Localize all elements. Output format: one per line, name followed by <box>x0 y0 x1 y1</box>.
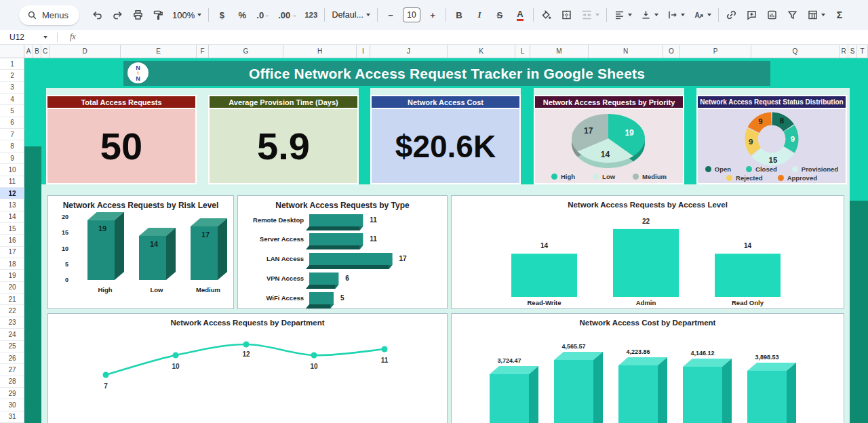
create-filter-button[interactable] <box>785 6 801 24</box>
column-header-A[interactable]: A <box>24 45 33 58</box>
row-header-20[interactable]: 20 <box>0 282 24 294</box>
column-header-F[interactable]: F <box>197 45 209 58</box>
text-rotation-button[interactable]: A <box>691 6 713 24</box>
column-header-I[interactable]: I <box>357 45 370 58</box>
row-header-27[interactable]: 27 <box>0 364 24 376</box>
type-chart-card[interactable]: Network Access Requests by Type Remote D… <box>237 195 448 309</box>
status-donut-card[interactable]: Network Access Request Status Distributi… <box>696 95 847 184</box>
svg-text:9: 9 <box>749 138 753 146</box>
row-header-12[interactable]: 12 <box>0 188 24 199</box>
row-header-16[interactable]: 16 <box>0 235 24 246</box>
column-header-C[interactable]: C <box>41 45 50 58</box>
merge-cells-button[interactable] <box>579 6 601 24</box>
table-views-button[interactable] <box>805 6 827 24</box>
undo-button[interactable] <box>89 6 105 24</box>
row-header-6[interactable]: 6 <box>0 117 24 129</box>
cost-chart-card[interactable]: Network Access Cost by Department 3,724.… <box>451 313 844 423</box>
italic-button[interactable]: I <box>471 6 488 24</box>
align-left-icon <box>614 9 625 20</box>
font-select[interactable]: Defaul... <box>330 6 372 24</box>
font-size-input[interactable]: 10 <box>403 7 420 22</box>
functions-button[interactable]: Σ <box>831 6 848 24</box>
select-all-corner[interactable] <box>0 45 24 58</box>
column-header-G[interactable]: G <box>209 45 283 58</box>
formula-input[interactable] <box>76 30 868 44</box>
row-header-11[interactable]: 11 <box>0 176 24 188</box>
format-currency-button[interactable]: $ <box>214 6 230 24</box>
row-header-5[interactable]: 5 <box>0 105 24 117</box>
paint-format-button[interactable] <box>150 6 166 24</box>
right-strip-turquoise <box>850 88 868 201</box>
column-header-H[interactable]: H <box>283 45 357 58</box>
row-header-30[interactable]: 30 <box>0 399 24 411</box>
column-header-K[interactable]: K <box>448 45 515 58</box>
column-header-J[interactable]: J <box>370 45 448 58</box>
column-header-O[interactable]: O <box>663 45 680 58</box>
row-header-3[interactable]: 3 <box>0 82 24 94</box>
column-header-S[interactable]: S <box>848 45 857 58</box>
decrease-font-size-button[interactable]: − <box>382 6 399 24</box>
column-header-N[interactable]: N <box>589 45 663 58</box>
row-header-7[interactable]: 7 <box>0 129 24 140</box>
row-header-24[interactable]: 24 <box>0 329 24 340</box>
decrease-decimal-button[interactable]: .0← <box>254 6 272 24</box>
row-header-31[interactable]: 31 <box>0 411 24 423</box>
department-line-chart-card[interactable]: Network Access Requests by Department 71… <box>47 313 448 423</box>
column-header-Q[interactable]: Q <box>751 45 840 58</box>
access-level-chart-card[interactable]: Network Access Requests by Access Level … <box>451 195 844 309</box>
row-header-14[interactable]: 14 <box>0 212 24 223</box>
menus-search[interactable]: Menus <box>19 5 79 25</box>
insert-link-button[interactable] <box>724 6 740 24</box>
kpi-gap-band <box>684 88 696 184</box>
redo-button[interactable] <box>109 6 125 24</box>
print-button[interactable] <box>130 6 146 24</box>
priority-pie-card[interactable]: Network Access Requests by Priority 1914… <box>534 95 684 184</box>
row-header-26[interactable]: 26 <box>0 352 24 364</box>
fill-color-button[interactable] <box>538 6 555 24</box>
row-header-2[interactable]: 2 <box>0 70 24 81</box>
strikethrough-button[interactable]: S <box>492 6 508 24</box>
column-header-M[interactable]: M <box>530 45 589 58</box>
zoom-select[interactable]: 100% <box>170 6 203 24</box>
column-header-T[interactable]: T <box>857 45 868 58</box>
increase-font-size-button[interactable]: + <box>425 6 441 24</box>
increase-decimal-button[interactable]: .00→ <box>276 6 298 24</box>
vertical-align-button[interactable] <box>638 6 660 24</box>
risk-level-chart-card[interactable]: Network Access Requests by Risk Level 20… <box>47 195 234 309</box>
row-header-10[interactable]: 10 <box>0 164 24 176</box>
column-header-D[interactable]: D <box>50 45 121 58</box>
row-header-17[interactable]: 17 <box>0 247 24 258</box>
row-header-23[interactable]: 23 <box>0 317 24 329</box>
column-header-E[interactable]: E <box>121 45 197 58</box>
insert-chart-button[interactable] <box>764 6 781 24</box>
row-header-15[interactable]: 15 <box>0 223 24 235</box>
row-header-1[interactable]: 1 <box>0 58 24 70</box>
name-box[interactable]: U12 <box>0 33 53 42</box>
borders-button[interactable] <box>559 6 575 24</box>
row-header-13[interactable]: 13 <box>0 199 24 211</box>
column-header-P[interactable]: P <box>680 45 751 58</box>
text-wrap-button[interactable] <box>665 6 687 24</box>
column-header-R[interactable]: R <box>840 45 848 58</box>
row-header-19[interactable]: 19 <box>0 270 24 281</box>
insert-comment-button[interactable] <box>744 6 760 24</box>
row-header-28[interactable]: 28 <box>0 376 24 388</box>
format-percent-button[interactable]: % <box>234 6 250 24</box>
row-header-25[interactable]: 25 <box>0 341 24 352</box>
text-color-button[interactable]: A <box>512 6 528 24</box>
row-header-29[interactable]: 29 <box>0 388 24 399</box>
svg-text:15: 15 <box>769 156 778 164</box>
row-header-18[interactable]: 18 <box>0 258 24 270</box>
column-header-L[interactable]: L <box>515 45 530 58</box>
svg-text:10: 10 <box>62 245 68 252</box>
horizontal-align-button[interactable] <box>612 6 634 24</box>
column-header-B[interactable]: B <box>33 45 41 58</box>
more-formats-button[interactable]: 123 <box>302 6 319 24</box>
row-header-8[interactable]: 8 <box>0 140 24 152</box>
row-header-22[interactable]: 22 <box>0 305 24 317</box>
row-header-9[interactable]: 9 <box>0 153 24 164</box>
borders-icon <box>561 9 572 20</box>
row-header-21[interactable]: 21 <box>0 294 24 305</box>
bold-button[interactable]: B <box>451 6 467 24</box>
row-header-4[interactable]: 4 <box>0 94 24 105</box>
